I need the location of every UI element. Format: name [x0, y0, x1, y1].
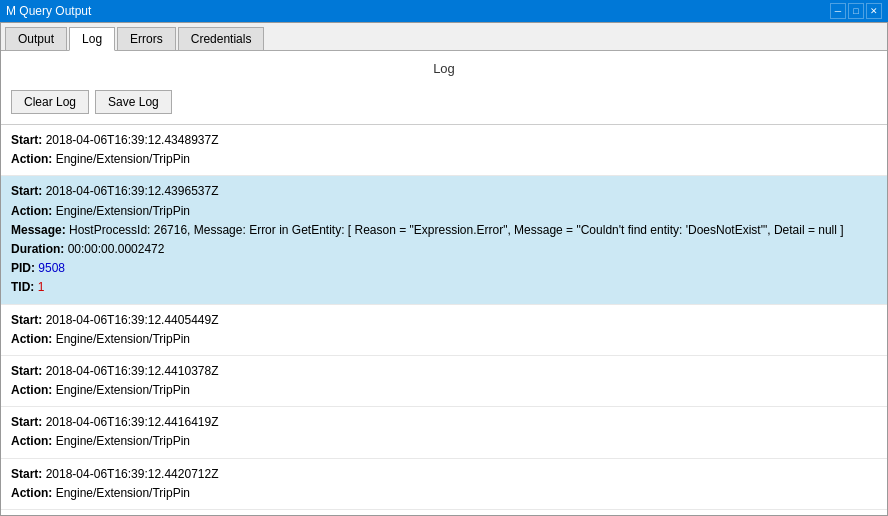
field-value: HostProcessId: 26716, Message: Error in …	[69, 223, 844, 237]
close-button[interactable]: ✕	[866, 3, 882, 19]
tab-bar: OutputLogErrorsCredentials	[1, 23, 887, 51]
field-value: 2018-04-06T16:39:12.4420712Z	[46, 467, 219, 481]
field-label: Start:	[11, 364, 46, 378]
log-field: Action: Engine/Extension/TripPin	[11, 330, 877, 349]
clear-log-button[interactable]: Clear Log	[11, 90, 89, 114]
field-label: Action:	[11, 204, 56, 218]
field-label: Action:	[11, 486, 56, 500]
field-value: 2018-04-06T16:39:12.4410378Z	[46, 364, 219, 378]
field-value: 00:00:00.0002472	[68, 242, 165, 256]
title-bar: M Query Output ─ □ ✕	[0, 0, 888, 22]
field-label: Start:	[11, 415, 46, 429]
field-label: Start:	[11, 184, 46, 198]
field-label: Duration:	[11, 242, 68, 256]
log-field: Start: 2018-04-06T16:39:12.4348937Z	[11, 131, 877, 150]
log-field: Action: Engine/Extension/TripPin	[11, 484, 877, 503]
log-field: Start: 2018-04-06T16:39:12.4416419Z	[11, 413, 877, 432]
field-value: 2018-04-06T16:39:12.4396537Z	[46, 184, 219, 198]
field-label: Action:	[11, 434, 56, 448]
log-entry: Start: 2018-04-06T16:39:12.4405449ZActio…	[1, 305, 887, 356]
field-value: 2018-04-06T16:39:12.4405449Z	[46, 313, 219, 327]
log-entry: Start: 2018-04-06T16:39:12.4416419ZActio…	[1, 407, 887, 458]
log-field: Start: 2018-04-06T16:39:12.4396537Z	[11, 182, 877, 201]
log-entry: Start: 2018-04-06T16:39:12.4348937ZActio…	[1, 125, 887, 176]
field-label: PID:	[11, 261, 38, 275]
tab-credentials[interactable]: Credentials	[178, 27, 265, 50]
toolbar: Clear Log Save Log	[1, 84, 887, 124]
field-value: Engine/Extension/TripPin	[56, 152, 190, 166]
log-field: Duration: 00:00:00.0002472	[11, 240, 877, 259]
field-value: 1	[38, 280, 45, 294]
field-value: Engine/Extension/TripPin	[56, 434, 190, 448]
save-log-button[interactable]: Save Log	[95, 90, 172, 114]
window-body: OutputLogErrorsCredentials Log Clear Log…	[0, 22, 888, 516]
window-controls: ─ □ ✕	[830, 3, 882, 19]
window-title: M Query Output	[6, 4, 830, 18]
field-value: Engine/Extension/TripPin	[56, 332, 190, 346]
log-entry: Start: 2018-04-06T16:39:12.4410378ZActio…	[1, 356, 887, 407]
log-entry: Start: 2018-04-06T16:39:12.4396537ZActio…	[1, 176, 887, 304]
log-entry: Start: 2018-04-06T16:39:12.4420712ZActio…	[1, 459, 887, 510]
log-field: Start: 2018-04-06T16:39:12.4420712Z	[11, 465, 877, 484]
log-field: Action: Engine/Extension/TripPin	[11, 432, 877, 451]
log-field: Start: 2018-04-06T16:39:12.4410378Z	[11, 362, 877, 381]
field-label: Action:	[11, 332, 56, 346]
field-value: Engine/Extension/TripPin	[56, 204, 190, 218]
content-area: Log Clear Log Save Log Start: 2018-04-06…	[1, 51, 887, 515]
log-entry: Start: 2018-04-06T16:39:12.4425721ZActio…	[1, 510, 887, 515]
field-label: Message:	[11, 223, 69, 237]
log-field: PID: 9508	[11, 259, 877, 278]
log-field: Action: Engine/Extension/TripPin	[11, 381, 877, 400]
maximize-button[interactable]: □	[848, 3, 864, 19]
tab-log[interactable]: Log	[69, 27, 115, 51]
field-label: TID:	[11, 280, 38, 294]
log-field: Action: Engine/Extension/TripPin	[11, 150, 877, 169]
log-title: Log	[1, 51, 887, 84]
tab-output[interactable]: Output	[5, 27, 67, 50]
log-field: Start: 2018-04-06T16:39:12.4405449Z	[11, 311, 877, 330]
field-label: Start:	[11, 133, 46, 147]
field-value: Engine/Extension/TripPin	[56, 486, 190, 500]
field-value: 9508	[38, 261, 65, 275]
field-label: Action:	[11, 152, 56, 166]
log-content[interactable]: Start: 2018-04-06T16:39:12.4348937ZActio…	[1, 124, 887, 515]
log-field: Message: HostProcessId: 26716, Message: …	[11, 221, 877, 240]
field-label: Start:	[11, 313, 46, 327]
log-field: Action: Engine/Extension/TripPin	[11, 202, 877, 221]
field-value: 2018-04-06T16:39:12.4348937Z	[46, 133, 219, 147]
tab-errors[interactable]: Errors	[117, 27, 176, 50]
field-label: Start:	[11, 467, 46, 481]
field-value: Engine/Extension/TripPin	[56, 383, 190, 397]
minimize-button[interactable]: ─	[830, 3, 846, 19]
field-label: Action:	[11, 383, 56, 397]
field-value: 2018-04-06T16:39:12.4416419Z	[46, 415, 219, 429]
log-field: TID: 1	[11, 278, 877, 297]
